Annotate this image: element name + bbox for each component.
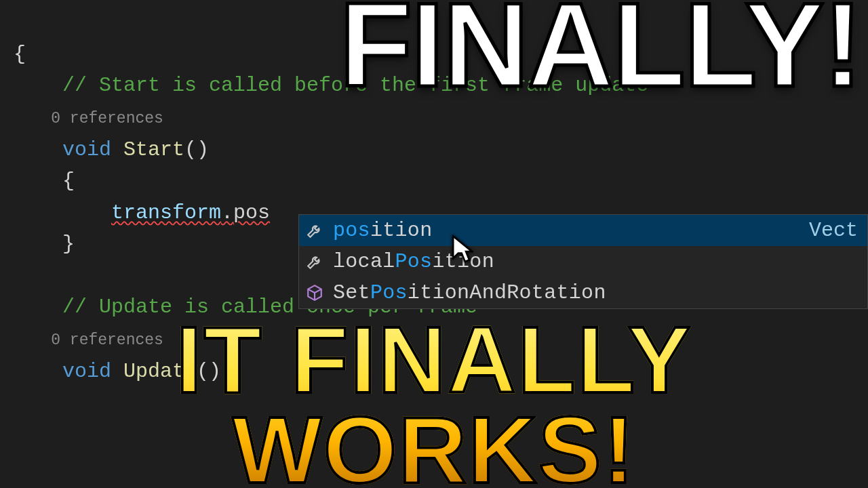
brace-open: { bbox=[14, 43, 26, 66]
autocomplete-item-position[interactable]: position Vect bbox=[299, 215, 867, 246]
typed-line[interactable]: transform.pos bbox=[14, 201, 270, 224]
autocomplete-popup[interactable]: position Vect localPosition SetPositionA… bbox=[298, 214, 868, 309]
overlay-text-top: FINALLY! bbox=[340, 0, 861, 100]
overlay-text-bottom: IT FINALLY WORKS! bbox=[0, 314, 868, 488]
autocomplete-item-localposition[interactable]: localPosition bbox=[299, 246, 867, 277]
autocomplete-item-setpositionandrotation[interactable]: SetPositionAndRotation bbox=[299, 277, 867, 308]
autocomplete-item-label: SetPositionAndRotation bbox=[333, 281, 606, 304]
wrench-icon bbox=[306, 222, 323, 239]
method-start-signature: void Start() bbox=[14, 138, 209, 161]
body-open: { bbox=[14, 169, 75, 192]
body-close: } bbox=[14, 232, 75, 256]
autocomplete-item-label: position bbox=[333, 219, 432, 242]
cube-icon bbox=[306, 284, 323, 302]
wrench-icon bbox=[306, 253, 323, 270]
autocomplete-item-type: Vect bbox=[809, 219, 858, 242]
codelens-start-references[interactable]: 0 references bbox=[14, 110, 163, 127]
mouse-cursor-icon bbox=[445, 235, 473, 277]
